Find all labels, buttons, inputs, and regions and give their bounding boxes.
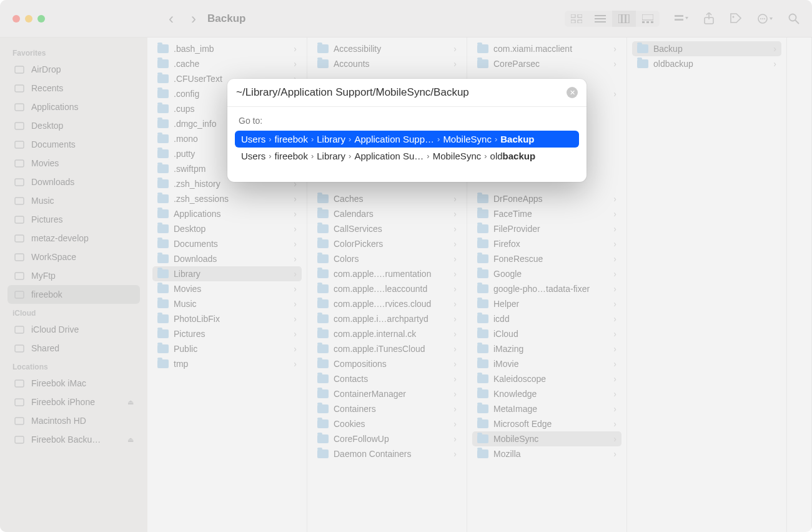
folder-row[interactable]: oldbackup›: [632, 56, 781, 71]
folder-row[interactable]: Applications›: [152, 206, 302, 221]
minimize-window-button[interactable]: [25, 15, 32, 23]
folder-icon: [477, 299, 488, 308]
icon-view-icon[interactable]: [565, 11, 588, 27]
folder-row[interactable]: Microsoft Edge›: [472, 416, 621, 431]
tag-icon[interactable]: [730, 13, 742, 25]
close-window-button[interactable]: [12, 15, 20, 23]
folder-row[interactable]: CoreFollowUp›: [312, 431, 462, 446]
folder-row[interactable]: Desktop›: [152, 221, 302, 236]
folder-row[interactable]: com.apple.i…archpartyd›: [312, 311, 462, 326]
eject-icon[interactable]: ⏏: [127, 436, 134, 444]
sidebar-item[interactable]: iCloud Drive: [7, 320, 140, 339]
folder-row[interactable]: iMovie›: [472, 356, 621, 371]
sidebar-item[interactable]: Movies: [7, 154, 140, 173]
sidebar-item[interactable]: Macintosh HD: [7, 411, 140, 430]
folder-row[interactable]: MobileSync›: [472, 431, 621, 446]
folder-row[interactable]: com.apple.internal.ck›: [312, 326, 462, 341]
folder-row[interactable]: Google›: [472, 266, 621, 281]
goto-suggestion[interactable]: Users›fireebok›Library›Application Su…›M…: [235, 148, 579, 164]
folder-row[interactable]: Public›: [152, 341, 302, 356]
folder-row[interactable]: com.apple.…rumentation›: [312, 266, 462, 281]
folder-row[interactable]: Helper›: [472, 296, 621, 311]
folder-row[interactable]: FaceTime›: [472, 206, 621, 221]
goto-folder-dialog[interactable]: ~/Library/Application Support/MobileSync…: [227, 79, 587, 182]
sidebar-item[interactable]: fireebok: [7, 285, 140, 304]
folder-row[interactable]: Documents›: [152, 236, 302, 251]
folder-row[interactable]: Kaleidoscope›: [472, 371, 621, 386]
folder-row[interactable]: .zsh_sessions›: [152, 191, 302, 206]
folder-row[interactable]: Music›: [152, 296, 302, 311]
sidebar-item[interactable]: Fireebok Backu…⏏: [7, 430, 140, 449]
folder-row[interactable]: iCloud›: [472, 326, 621, 341]
folder-row[interactable]: Cookies›: [312, 416, 462, 431]
sidebar-item[interactable]: MyFtp: [7, 266, 140, 285]
folder-row[interactable]: FoneRescue›: [472, 251, 621, 266]
folder-label: CoreParsec: [493, 59, 608, 69]
zoom-window-button[interactable]: [37, 15, 45, 23]
eject-icon[interactable]: ⏏: [127, 398, 134, 406]
folder-row[interactable]: Caches›: [312, 191, 462, 206]
sidebar-item[interactable]: AirDrop: [7, 60, 140, 79]
folder-row[interactable]: ColorPickers›: [312, 236, 462, 251]
folder-row[interactable]: com.xiami.macclient›: [472, 41, 621, 56]
sidebar-item[interactable]: Shared: [7, 339, 140, 358]
group-menu-icon[interactable]: [675, 14, 688, 24]
folder-row[interactable]: Accounts›: [312, 56, 462, 71]
sidebar-item[interactable]: Downloads: [7, 173, 140, 191]
column-view-icon[interactable]: [612, 11, 636, 27]
folder-row[interactable]: Accessibility›: [312, 41, 462, 56]
folder-row[interactable]: .bash_imb›: [152, 41, 302, 56]
folder-row[interactable]: Movies›: [152, 281, 302, 296]
folder-row[interactable]: com.apple.…rvices.cloud›: [312, 296, 462, 311]
back-button[interactable]: ‹: [169, 10, 174, 28]
folder-row[interactable]: Pictures›: [152, 326, 302, 341]
search-icon[interactable]: [788, 13, 800, 24]
folder-row[interactable]: icdd›: [472, 311, 621, 326]
folder-row[interactable]: Firefox›: [472, 236, 621, 251]
folder-row[interactable]: Containers›: [312, 401, 462, 416]
folder-row[interactable]: google-pho…tadata-fixer›: [472, 281, 621, 296]
folder-row[interactable]: com.apple.…leaccountd›: [312, 281, 462, 296]
folder-row[interactable]: Mozilla›: [472, 446, 621, 461]
folder-row[interactable]: CoreParsec›: [472, 56, 621, 71]
gallery-view-icon[interactable]: [636, 11, 660, 27]
folder-row[interactable]: com.apple.iTunesCloud›: [312, 341, 462, 356]
folder-row[interactable]: Contacts›: [312, 371, 462, 386]
folder-row[interactable]: Compositions›: [312, 356, 462, 371]
folder-row[interactable]: DrFoneApps›: [472, 191, 621, 206]
folder-row[interactable]: CallServices›: [312, 221, 462, 236]
share-icon[interactable]: [703, 13, 715, 25]
folder-row[interactable]: Library›: [152, 266, 302, 281]
folder-row[interactable]: .cache›: [152, 56, 302, 71]
goto-suggestion[interactable]: Users›fireebok›Library›Application Supp……: [235, 131, 579, 148]
sidebar-item[interactable]: metaz-develop: [7, 229, 140, 248]
folder-row[interactable]: PhotoLibFix›: [152, 311, 302, 326]
sidebar-item[interactable]: Fireebok iPhone⏏: [7, 393, 140, 411]
folder-icon: [477, 224, 488, 233]
folder-row[interactable]: Backup›: [632, 41, 781, 56]
sidebar-item[interactable]: Pictures: [7, 210, 140, 229]
folder-row[interactable]: iMazing›: [472, 341, 621, 356]
folder-row[interactable]: tmp›: [152, 356, 302, 371]
folder-row[interactable]: ContainerManager›: [312, 386, 462, 401]
folder-row[interactable]: MetaImage›: [472, 401, 621, 416]
folder-row[interactable]: FileProvider›: [472, 221, 621, 236]
folder-row[interactable]: Daemon Containers›: [312, 446, 462, 461]
clear-input-button[interactable]: ✕: [567, 87, 578, 98]
folder-row[interactable]: Calendars›: [312, 206, 462, 221]
view-mode-segment[interactable]: [565, 11, 660, 27]
forward-button[interactable]: ›: [191, 10, 196, 28]
sidebar-item[interactable]: Desktop: [7, 116, 140, 135]
folder-row[interactable]: Knowledge›: [472, 386, 621, 401]
sidebar-item[interactable]: Recents: [7, 79, 140, 98]
action-menu-icon[interactable]: [757, 13, 773, 24]
sidebar-item[interactable]: WorkSpace: [7, 248, 140, 266]
list-view-icon[interactable]: [588, 11, 612, 27]
sidebar-item[interactable]: Music: [7, 191, 140, 210]
sidebar-item[interactable]: Fireebok iMac: [7, 374, 140, 393]
folder-row[interactable]: Downloads›: [152, 251, 302, 266]
goto-path-input[interactable]: ~/Library/Application Support/MobileSync…: [236, 86, 567, 99]
sidebar-item[interactable]: Documents: [7, 135, 140, 154]
folder-row[interactable]: Colors›: [312, 251, 462, 266]
sidebar-item[interactable]: Applications: [7, 98, 140, 116]
